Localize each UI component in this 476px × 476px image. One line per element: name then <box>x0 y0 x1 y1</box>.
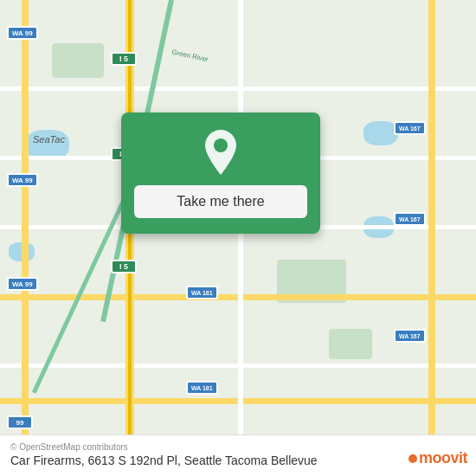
moovit-dot <box>408 454 417 463</box>
map-attribution: © OpenStreetMap contributors <box>10 442 466 452</box>
badge-99-bot: 99 <box>7 415 33 429</box>
badge-wa181-bot: WA 181 <box>186 381 218 395</box>
moovit-logo: moovit <box>408 449 467 467</box>
badge-wa99-low: WA 99 <box>7 277 38 291</box>
badge-i5-top: I 5 <box>111 52 137 66</box>
green-area-1 <box>52 43 104 78</box>
badge-wa167-top: WA 167 <box>394 121 426 135</box>
take-me-there-button[interactable]: Take me there <box>134 185 307 218</box>
center-v-road <box>238 0 243 476</box>
bottom-bar: © OpenStreetMap contributors Car Firearm… <box>0 434 476 476</box>
location-name: Car Firearms, 6613 S 192nd Pl, Seattle T… <box>10 453 466 467</box>
badge-wa181-mid: WA 181 <box>186 286 218 299</box>
green-area-3 <box>329 329 372 359</box>
action-overlay: Take me there <box>121 113 320 234</box>
badge-wa99-top: WA 99 <box>7 26 38 40</box>
badge-wa167-mid: WA 167 <box>394 212 426 226</box>
svg-point-0 <box>214 138 228 152</box>
seatac-label: SeaTac <box>33 134 65 145</box>
wa99-road <box>22 0 29 476</box>
badge-wa167-bot: WA 167 <box>394 329 426 343</box>
location-pin-icon <box>202 130 240 175</box>
map-container: WA 99 WA 99 WA 99 99 WA 167 WA 167 WA 16… <box>0 0 476 476</box>
badge-wa99-mid: WA 99 <box>7 173 38 187</box>
i5-road <box>125 0 134 476</box>
lake-2 <box>363 121 398 145</box>
wa167-road <box>428 0 435 476</box>
badge-i5-low: I 5 <box>111 260 137 273</box>
